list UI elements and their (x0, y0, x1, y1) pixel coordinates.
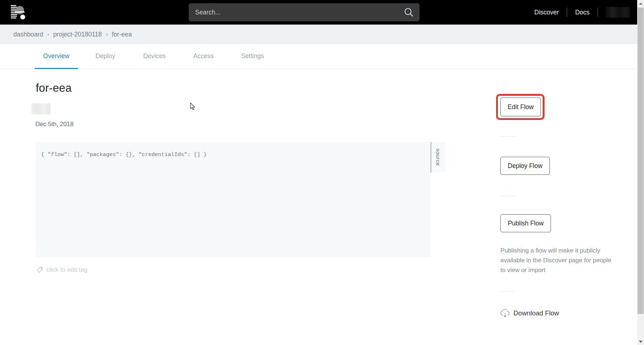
scroll-up-icon[interactable] (637, 0, 644, 7)
nav-divider (567, 8, 567, 17)
publish-description: Publishing a flow will make it publicly … (500, 246, 613, 275)
nav-divider (597, 8, 598, 17)
divider (500, 292, 514, 292)
header-nav: Discover Docs (534, 0, 630, 25)
tab-settings[interactable]: Settings (231, 44, 274, 69)
app-header: Discover Docs (0, 0, 644, 25)
breadcrumb: dashboard › project-20180118 › for-eea (0, 25, 644, 44)
flow-tabs: Overview Deploy Devices Access Settings (0, 44, 644, 69)
breadcrumb-dashboard[interactable]: dashboard (13, 31, 43, 38)
page-title: for-eea (36, 82, 72, 95)
add-tag-button[interactable]: click to add tag (36, 266, 87, 273)
vertical-scrollbar[interactable] (637, 0, 644, 345)
author-name-blurred (31, 103, 51, 115)
cloud-download-icon (500, 308, 511, 318)
edit-flow-button[interactable]: Edit Flow (500, 98, 541, 116)
tab-devices[interactable]: Devices (133, 44, 176, 69)
nav-docs-link[interactable]: Docs (575, 9, 590, 16)
publish-flow-button[interactable]: Publish Flow (500, 214, 551, 232)
flow-source-code: { "flow": [], "packages": {}, "credentia… (41, 152, 425, 158)
scrollbar-thumb[interactable] (638, 8, 644, 314)
divider (500, 136, 516, 137)
nav-discover-link[interactable]: Discover (534, 9, 559, 16)
breadcrumb-separator: › (47, 31, 49, 38)
download-flow-label: Download Flow (513, 309, 559, 317)
tag-icon (36, 266, 43, 273)
breadcrumb-project[interactable]: project-20180118 (53, 31, 102, 38)
search-input[interactable] (189, 3, 420, 21)
scroll-down-icon[interactable] (637, 338, 644, 345)
flow-source-viewer[interactable]: { "flow": [], "packages": {}, "credentia… (35, 142, 431, 257)
app-logo-icon[interactable] (10, 4, 27, 21)
divider (500, 196, 516, 196)
source-tab-label: source (435, 148, 441, 166)
search-icon[interactable] (404, 7, 414, 17)
user-menu-blurred[interactable] (606, 7, 630, 18)
tab-deploy[interactable]: Deploy (84, 44, 127, 69)
search-bar (189, 3, 420, 21)
source-tab[interactable]: source (431, 142, 445, 172)
tab-access[interactable]: Access (182, 44, 225, 69)
mouse-cursor (190, 103, 196, 111)
download-flow-button[interactable]: Download Flow (500, 308, 559, 318)
flow-date: Dec 5th, 2018 (35, 121, 74, 128)
deploy-flow-button[interactable]: Deploy Flow (500, 157, 550, 175)
tab-overview[interactable]: Overview (35, 44, 78, 69)
breadcrumb-separator: › (106, 31, 108, 38)
breadcrumb-current-flow[interactable]: for-eea (112, 31, 132, 38)
add-tag-label: click to add tag (47, 266, 87, 273)
